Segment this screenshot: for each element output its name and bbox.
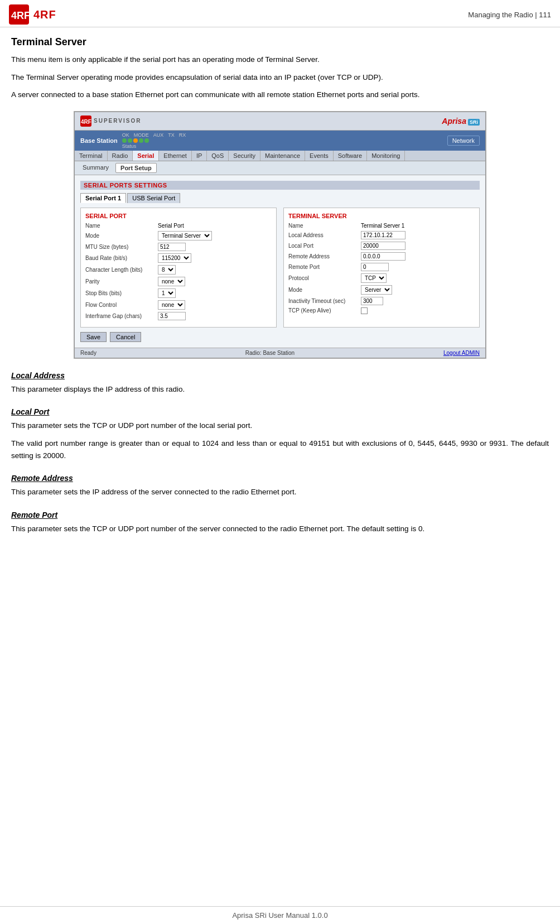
- supervisor-ui: 4RF SUPERVISOR Aprisa SRi Base Station O…: [74, 112, 486, 358]
- form-actions: Save Cancel: [80, 332, 480, 342]
- field-remote-address: Remote Address: [288, 252, 475, 261]
- sub-tab-summary[interactable]: Summary: [78, 163, 113, 173]
- field-remote-port: Remote Port: [288, 263, 475, 271]
- char-length-select[interactable]: 8: [158, 265, 176, 275]
- inactivity-input[interactable]: [361, 297, 383, 305]
- port-tab-usb[interactable]: USB Serial Port: [127, 193, 180, 203]
- supervisor-logo: 4RF SUPERVISOR: [80, 116, 141, 127]
- nav-tab-security[interactable]: Security: [229, 151, 260, 161]
- dot-ok: [122, 138, 127, 143]
- field-char-length: Character Length (bits) 8: [85, 265, 272, 275]
- svg-text:4RF: 4RF: [11, 10, 29, 21]
- save-button[interactable]: Save: [80, 332, 107, 342]
- field-baud: Baud Rate (bit/s) 115200: [85, 253, 272, 263]
- nav-tab-maintenance[interactable]: Maintenance: [260, 151, 305, 161]
- remote-address-input[interactable]: [361, 252, 405, 261]
- field-ts-mode: Mode Server: [288, 285, 475, 295]
- nav-tab-ethernet[interactable]: Ethernet: [159, 151, 192, 161]
- field-mode: Mode Terminal Server: [85, 231, 272, 240]
- status-group: OK MODE AUX TX RX: [122, 132, 186, 149]
- svg-text:4RF: 4RF: [81, 119, 91, 125]
- sup-brand-right: Aprisa SRi: [442, 117, 480, 126]
- nav-tab-monitoring[interactable]: Monitoring: [367, 151, 405, 161]
- network-button[interactable]: Network: [447, 136, 480, 146]
- field-protocol: Protocol TCP: [288, 273, 475, 283]
- form-area: SERIAL PORTS SETTINGS Serial Port 1 USB …: [75, 175, 485, 348]
- supervisor-screenshot: 4RF SUPERVISOR Aprisa SRi Base Station O…: [74, 111, 486, 359]
- station-label: Base Station: [80, 137, 118, 144]
- baud-select[interactable]: 115200: [158, 253, 191, 263]
- flow-control-select[interactable]: none: [158, 300, 185, 310]
- nav-tab-serial[interactable]: Serial: [133, 151, 159, 161]
- nav-tab-radio[interactable]: Radio: [108, 151, 133, 161]
- nav-tab-qos[interactable]: QoS: [207, 151, 229, 161]
- dot-tx: [139, 138, 143, 143]
- field-mtu: MTU Size (bytes): [85, 243, 272, 251]
- sup-logo-sub: SUPERVISOR: [94, 118, 141, 124]
- section-remote-address-title: Remote Address: [11, 474, 549, 483]
- local-address-input[interactable]: [361, 231, 405, 239]
- field-stop-bits: Stop Bits (bits) 1: [85, 288, 272, 298]
- logo-text: 4RF: [33, 8, 56, 21]
- field-interframe: Interframe Gap (chars): [85, 312, 272, 320]
- serial-port-col: SERIAL PORT Name Serial Port Mode Termin…: [80, 208, 277, 328]
- section-local-address-title: Local Address: [11, 371, 549, 380]
- section-local-port-para-2: The valid port number range is greater t…: [11, 437, 549, 461]
- intro-para-1: This menu item is only applicable if the…: [11, 54, 549, 66]
- status-ready: Ready: [80, 350, 96, 356]
- mtu-input[interactable]: [158, 243, 186, 251]
- section-remote-port: Remote Port This parameter sets the TCP …: [11, 511, 549, 535]
- intro-para-2: The Terminal Server operating mode provi…: [11, 71, 549, 84]
- tcp-keepalive-checkbox[interactable]: [361, 307, 368, 314]
- intro-para-3: A server connected to a base station Eth…: [11, 89, 549, 101]
- interframe-input[interactable]: [158, 312, 186, 320]
- section-remote-port-title: Remote Port: [11, 511, 549, 519]
- status-text: Status: [122, 143, 186, 149]
- nav-tab-software[interactable]: Software: [334, 151, 367, 161]
- cancel-button[interactable]: Cancel: [110, 332, 141, 342]
- port-tab-serial1[interactable]: Serial Port 1: [80, 193, 126, 203]
- parity-select[interactable]: none: [158, 277, 185, 286]
- header-page-ref: Managing the Radio | 111: [468, 11, 551, 19]
- status-bar: Ready Radio: Base Station Logout ADMIN: [75, 348, 485, 358]
- page-footer: Aprisa SRi User Manual 1.0.0: [0, 906, 560, 924]
- page-title: Terminal Server: [11, 36, 549, 48]
- dot-aux: [133, 138, 138, 143]
- dot-rx: [144, 138, 149, 143]
- sub-tab-port-setup[interactable]: Port Setup: [115, 163, 157, 173]
- section-remote-address-para: This parameter sets the IP address of th…: [11, 486, 549, 498]
- form-columns: SERIAL PORT Name Serial Port Mode Termin…: [80, 208, 480, 328]
- nav-tab-events[interactable]: Events: [305, 151, 334, 161]
- logo-area: 4RF 4RF: [9, 4, 56, 25]
- field-ts-name: Name Terminal Server 1: [288, 223, 475, 229]
- remote-port-input[interactable]: [361, 263, 389, 271]
- field-tcp-keepalive: TCP (Keep Alive): [288, 307, 475, 314]
- footer-text: Aprisa SRi User Manual 1.0.0: [232, 911, 327, 920]
- mode-select[interactable]: Terminal Server: [158, 231, 212, 240]
- ts-mode-select[interactable]: Server: [361, 285, 392, 295]
- nav-tabs: Terminal Radio Serial Ethernet IP QoS Se…: [75, 151, 485, 161]
- section-local-address: Local Address This parameter displays th…: [11, 371, 549, 396]
- page-header: 4RF 4RF Managing the Radio | 111: [0, 0, 560, 27]
- 4rf-logo-icon: 4RF: [9, 4, 29, 25]
- stop-bits-select[interactable]: 1: [158, 288, 176, 298]
- status-dots: [122, 138, 186, 143]
- nav-tab-terminal[interactable]: Terminal: [75, 151, 108, 161]
- status-station: Radio: Base Station: [245, 350, 295, 356]
- local-port-input[interactable]: [361, 242, 405, 250]
- logout-link[interactable]: Logout ADMIN: [443, 350, 480, 356]
- protocol-select[interactable]: TCP: [361, 273, 387, 283]
- station-bar: Base Station OK MODE AUX TX RX: [75, 131, 485, 151]
- nav-tab-ip[interactable]: IP: [192, 151, 207, 161]
- serial-col-header: SERIAL PORT: [85, 213, 272, 219]
- field-local-address: Local Address: [288, 231, 475, 239]
- field-parity: Parity none: [85, 277, 272, 286]
- station-bar-left: Base Station OK MODE AUX TX RX: [80, 132, 186, 149]
- section-local-port-para-1: This parameter sets the TCP or UDP port …: [11, 420, 549, 432]
- sup-brand-badge: SRi: [468, 119, 480, 126]
- terminal-server-col: TERMINAL SERVER Name Terminal Server 1 L…: [283, 208, 480, 328]
- field-local-port: Local Port: [288, 242, 475, 250]
- port-tabs: Serial Port 1 USB Serial Port: [80, 193, 480, 203]
- section-local-port: Local Port This parameter sets the TCP o…: [11, 407, 549, 461]
- supervisor-header: 4RF SUPERVISOR Aprisa SRi: [75, 112, 485, 131]
